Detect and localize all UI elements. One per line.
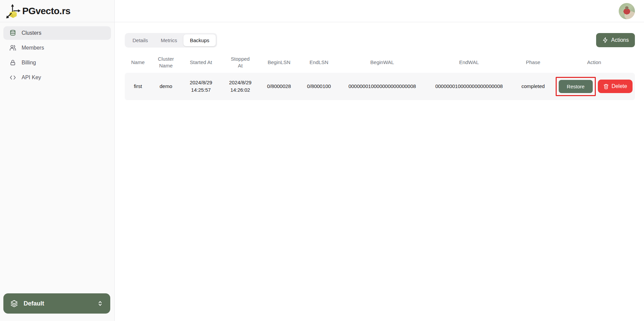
project-selector[interactable]: Default: [3, 293, 110, 314]
cell-beginwal: 000000010000000000000008: [339, 73, 425, 100]
sidebar-item-api-key[interactable]: API Key: [3, 71, 111, 84]
brand-logo-icon: [5, 3, 21, 20]
users-icon: [9, 45, 16, 51]
database-icon: [9, 30, 16, 36]
sidebar-item-label: API Key: [22, 75, 41, 81]
column-header-action: Action: [553, 52, 635, 73]
cell-started-at: 2024/8/29 14:25:57: [181, 73, 221, 100]
column-header-endlsn: EndLSN: [299, 52, 339, 73]
cell-beginlsn: 0/8000028: [259, 73, 299, 100]
column-header-cluster-name: Cluster Name: [151, 52, 181, 73]
content: Details Metrics Backups Actions: [115, 22, 644, 100]
tab-backups[interactable]: Backups: [183, 34, 216, 46]
sidebar-item-billing[interactable]: Billing: [3, 56, 111, 69]
sidebar-item-label: Members: [22, 45, 44, 51]
sidebar: PGvecto.rs Clusters Membe: [0, 0, 115, 321]
actions-button-label: Actions: [611, 37, 629, 43]
cell-stopped-at: 2024/8/29 14:26:02: [221, 73, 259, 100]
column-header-endwal: EndWAL: [425, 52, 513, 73]
restore-button[interactable]: Restore: [559, 80, 593, 93]
column-header-beginlsn: BeginLSN: [259, 52, 299, 73]
chevron-up-down-icon: [97, 300, 104, 307]
column-header-beginwal: BeginWAL: [339, 52, 425, 73]
cell-endlsn: 0/8000100: [299, 73, 339, 100]
cell-endwal: 000000010000000000000008: [425, 73, 513, 100]
delete-button-label: Delete: [612, 83, 627, 89]
tab-group: Details Metrics Backups: [125, 33, 217, 48]
lock-icon: [9, 59, 16, 66]
sidebar-spacer: [0, 88, 114, 290]
project-selector-label: Default: [24, 300, 44, 307]
column-header-name: Name: [125, 52, 151, 73]
lightning-icon: [602, 37, 608, 43]
tab-metrics[interactable]: Metrics: [154, 34, 183, 46]
backups-table: Name Cluster Name Started At Stopped At …: [125, 52, 635, 100]
sidebar-nav: Clusters Members Billing: [0, 22, 114, 88]
avatar[interactable]: [619, 3, 635, 19]
logo: PGvecto.rs: [0, 0, 114, 22]
column-header-started-at: Started At: [181, 52, 221, 73]
sidebar-item-label: Billing: [22, 60, 36, 66]
trash-icon: [603, 84, 609, 89]
delete-button[interactable]: Delete: [598, 80, 633, 93]
cell-phase: completed: [513, 73, 553, 100]
annotation-highlight-box: Restore: [556, 77, 596, 96]
sidebar-item-label: Clusters: [22, 30, 41, 36]
layers-icon: [10, 299, 18, 308]
code-icon: [9, 74, 16, 81]
column-header-stopped-at: Stopped At: [221, 52, 259, 73]
topbar: [115, 0, 644, 22]
content-header: Details Metrics Backups Actions: [125, 33, 635, 48]
actions-button[interactable]: Actions: [596, 33, 635, 47]
main-area: Details Metrics Backups Actions: [115, 0, 644, 321]
sidebar-item-members[interactable]: Members: [3, 41, 111, 55]
sidebar-item-clusters[interactable]: Clusters: [3, 26, 111, 40]
column-header-phase: Phase: [513, 52, 553, 73]
brand-name: PGvecto.rs: [22, 6, 70, 17]
table-header-row: Name Cluster Name Started At Stopped At …: [125, 52, 635, 73]
cell-name: first: [125, 73, 151, 100]
cell-action: Restore: [553, 73, 635, 100]
cell-cluster-name: demo: [151, 73, 181, 100]
tab-details[interactable]: Details: [126, 34, 154, 46]
table-row: first demo 2024/8/29 14:25:57 2024/8/29 …: [125, 73, 635, 100]
